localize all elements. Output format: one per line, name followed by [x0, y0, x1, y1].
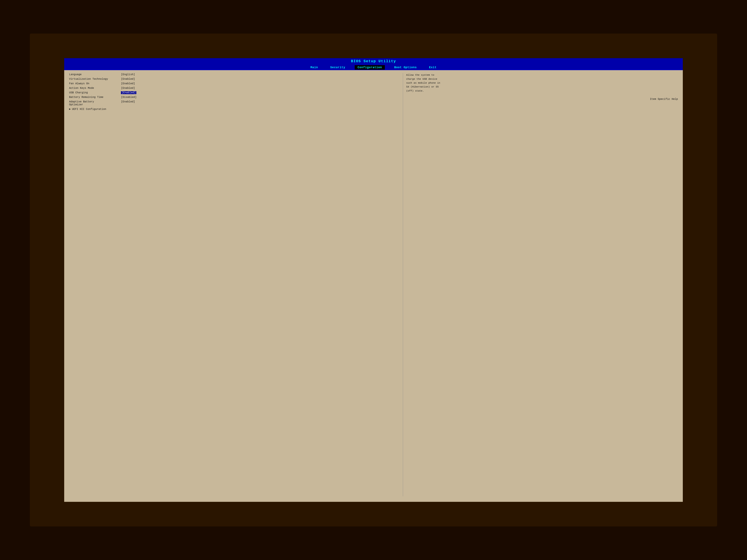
config-label-virtualization: Virtualization Technology — [69, 78, 121, 81]
bios-title: BIOS Setup Utility — [351, 59, 396, 63]
top-bar: BIOS Setup Utility — [64, 58, 682, 64]
config-label-action-keys: Action Keys Mode — [69, 87, 121, 89]
submenu-item-uefi[interactable]: ► UEFI HII Configuration — [69, 108, 401, 111]
config-label-fan: Fan Always On — [69, 82, 121, 85]
submenu-arrow-icon: ► — [69, 108, 71, 111]
help-line-4: S4 (Hibernation) or S5 — [406, 85, 439, 88]
help-line-2: charge the USB device — [406, 78, 437, 81]
item-specific-help-label: Item Specific Help — [406, 98, 678, 101]
config-label-battery-remaining: Battery Remaining Time — [69, 96, 121, 99]
config-row-language[interactable]: Language [English] — [69, 73, 401, 76]
config-label-usb-charging: USB Charging — [69, 91, 121, 94]
help-line-1: Allow the system to — [406, 74, 434, 77]
menu-item-security[interactable]: Security — [327, 65, 348, 70]
config-row-virtualization[interactable]: Virtualization Technology [Enabled] — [69, 78, 401, 81]
help-line-3: such as mobile phone in — [406, 81, 440, 84]
config-value-usb-charging: [Enabled] — [121, 91, 136, 94]
menu-bar: Main Security Configuration Boot Options… — [64, 64, 682, 70]
menu-item-main[interactable]: Main — [308, 65, 321, 70]
config-value-action-keys: [Enabled] — [121, 87, 135, 89]
content-area: Language [English] Virtualization Techno… — [64, 70, 682, 499]
help-line-5: (off) state. — [406, 89, 424, 92]
config-value-virtualization: [Enabled] — [121, 78, 135, 81]
bios-screen: BIOS Setup Utility Main Security Configu… — [64, 58, 682, 502]
config-label-adaptive-battery: Adaptive Battery — [69, 100, 121, 103]
config-value-battery-remaining: [Disabled] — [121, 96, 136, 99]
menu-item-exit[interactable]: Exit — [426, 65, 439, 70]
config-value-fan: [Enabled] — [121, 82, 135, 85]
config-row-usb-charging[interactable]: USB Charging [Enabled] — [69, 91, 401, 94]
config-value-adaptive-battery: [Enabled] — [121, 100, 135, 103]
screen-bezel: BIOS Setup Utility Main Security Configu… — [30, 33, 717, 526]
config-row-action-keys[interactable]: Action Keys Mode [Enabled] — [69, 87, 401, 89]
config-row-adaptive-battery[interactable]: Adaptive Battery [Enabled] Optimizer — [69, 100, 401, 106]
left-panel: Language [English] Virtualization Techno… — [69, 73, 403, 496]
submenu-label: UEFI HII Configuration — [72, 108, 106, 111]
config-label-language: Language — [69, 73, 121, 76]
right-panel: Allow the system to charge the USB devic… — [403, 73, 678, 496]
config-label-optimizer: Optimizer — [69, 103, 83, 106]
menu-item-configuration[interactable]: Configuration — [355, 65, 385, 70]
help-description: Allow the system to charge the USB devic… — [406, 73, 678, 93]
config-value-language: [English] — [121, 73, 135, 76]
config-row-fan[interactable]: Fan Always On [Enabled] — [69, 82, 401, 85]
menu-item-boot-options[interactable]: Boot Options — [391, 65, 420, 70]
config-row-battery-remaining[interactable]: Battery Remaining Time [Disabled] — [69, 96, 401, 99]
